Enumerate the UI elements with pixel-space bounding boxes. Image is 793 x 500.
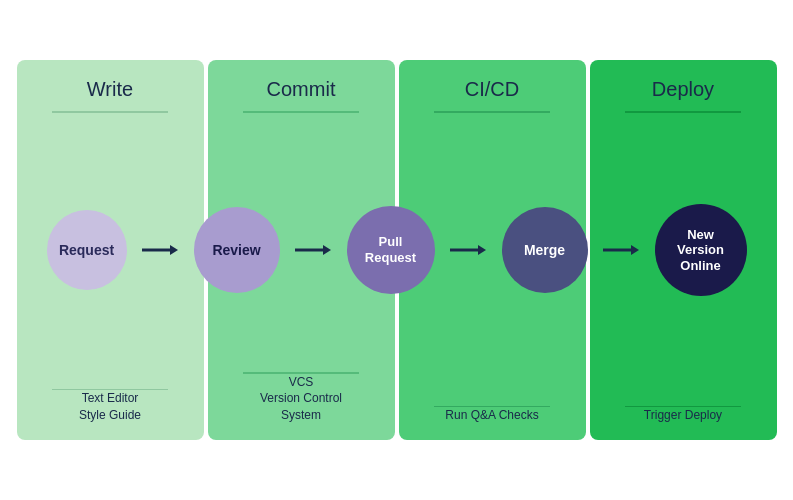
col-write-divider-top — [52, 111, 169, 113]
col-deploy-footer: Trigger Deploy — [644, 407, 722, 424]
col-write-footer: Text EditorStyle Guide — [79, 390, 141, 424]
column-commit: Commit VCSVersion ControlSystem — [208, 60, 395, 440]
col-commit-footer: VCSVersion ControlSystem — [260, 374, 342, 424]
column-cicd: CI/CD Run Q&A Checks — [399, 60, 586, 440]
diagram-container: Write Text EditorStyle Guide Commit VCSV… — [17, 20, 777, 480]
col-cicd-footer: Run Q&A Checks — [445, 407, 538, 424]
columns-row: Write Text EditorStyle Guide Commit VCSV… — [17, 60, 777, 440]
col-write-header: Write — [87, 78, 133, 101]
col-cicd-divider-top — [434, 111, 551, 113]
col-deploy-header: Deploy — [652, 78, 714, 101]
column-deploy: Deploy Trigger Deploy — [590, 60, 777, 440]
col-deploy-divider-top — [625, 111, 742, 113]
col-commit-divider-top — [243, 111, 360, 113]
column-write: Write Text EditorStyle Guide — [17, 60, 204, 440]
col-commit-header: Commit — [267, 78, 336, 101]
col-cicd-header: CI/CD — [465, 78, 519, 101]
